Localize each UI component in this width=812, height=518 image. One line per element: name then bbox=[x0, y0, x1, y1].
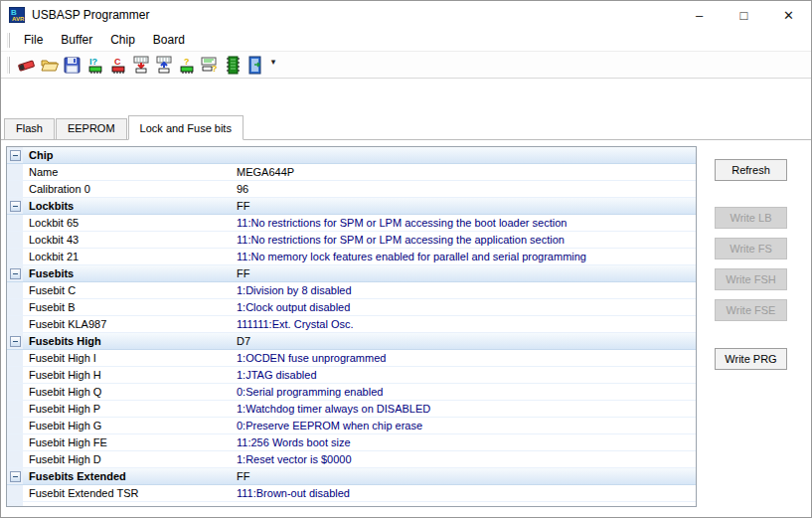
row-name: Fusebit Extended TSR bbox=[23, 485, 235, 501]
collapse-icon[interactable] bbox=[10, 471, 21, 482]
table-row[interactable]: Fusebit High I1:OCDEN fuse unprogrammed bbox=[7, 350, 696, 367]
svg-text:AVR: AVR bbox=[12, 16, 25, 22]
menu-item-buffer[interactable]: Buffer bbox=[52, 30, 101, 50]
window-controls: –□✕ bbox=[677, 1, 811, 29]
row-name: Lockbit 21 bbox=[23, 249, 235, 264]
close-icon: ✕ bbox=[783, 8, 794, 23]
section-row[interactable]: Fusebits HighD7 bbox=[7, 333, 696, 350]
section-row[interactable]: FusebitsFF bbox=[7, 265, 696, 282]
tab-eeprom[interactable]: EEPROM bbox=[56, 118, 127, 139]
svg-text:?: ? bbox=[212, 64, 218, 74]
chip-read-icon[interactable] bbox=[152, 54, 175, 77]
table-row[interactable]: Lockbit 4311:No restrictions for SPM or … bbox=[7, 232, 696, 249]
row-gutter bbox=[7, 384, 23, 400]
chip-test-icon[interactable]: I? bbox=[83, 54, 106, 77]
row-value: 1:Division by 8 disabled bbox=[235, 282, 696, 298]
table-row[interactable]: Lockbit 2111:No memory lock features ena… bbox=[7, 249, 696, 265]
row-gutter bbox=[7, 367, 23, 383]
row-gutter bbox=[7, 249, 23, 264]
row-gutter bbox=[7, 350, 23, 366]
row-name: Fusebit KLA987 bbox=[23, 316, 235, 332]
row-name: Fusebit High I bbox=[23, 350, 235, 366]
row-value: 11:256 Words boot size bbox=[235, 434, 696, 450]
row-name: Fusebits High bbox=[23, 333, 235, 349]
dropdown-arrow-icon[interactable]: ▾ bbox=[267, 57, 279, 73]
row-gutter bbox=[7, 265, 23, 281]
table-row[interactable]: Calibration 096 bbox=[7, 181, 696, 198]
write-lb-button: Write LB bbox=[715, 207, 787, 229]
row-gutter bbox=[7, 401, 23, 417]
row-value: 1:Clock output disabled bbox=[235, 299, 696, 315]
row-name: Fusebits bbox=[23, 265, 235, 281]
buffer-check-icon[interactable]: ? bbox=[198, 54, 221, 77]
row-value: 96 bbox=[235, 181, 696, 197]
menu-item-chip[interactable]: Chip bbox=[101, 30, 144, 50]
chip-info-panel: Chip ATMEGA644P Flash size 64 KB EEPROM … bbox=[1, 79, 811, 115]
tab-flash[interactable]: Flash bbox=[4, 118, 55, 139]
section-row[interactable]: LockbitsFF bbox=[7, 198, 696, 215]
row-gutter bbox=[7, 451, 23, 467]
row-value: MEGA644P bbox=[235, 164, 696, 180]
menu-item-file[interactable]: File bbox=[15, 30, 52, 50]
row-gutter bbox=[7, 316, 23, 332]
collapse-icon[interactable] bbox=[10, 150, 21, 161]
eraser-icon[interactable] bbox=[15, 54, 38, 77]
table-row[interactable]: Fusebit B1:Clock output disabled bbox=[7, 299, 696, 316]
row-name: Lockbit 43 bbox=[23, 232, 235, 248]
write-fs-button: Write FS bbox=[715, 238, 787, 259]
table-row[interactable]: NameMEGA644P bbox=[7, 164, 696, 181]
collapse-icon[interactable] bbox=[10, 268, 21, 279]
tab-strip: FlashEEPROMLock and Fuse bits bbox=[1, 115, 811, 140]
row-name: Fusebit High Q bbox=[23, 384, 235, 400]
row-gutter bbox=[7, 147, 23, 163]
table-row[interactable]: Fusebit High Q0:Serial programming enabl… bbox=[7, 384, 696, 401]
row-value: 0:Serial programming enabled bbox=[235, 384, 696, 400]
window-title: USBASP Programmer bbox=[32, 8, 149, 22]
toolbar-gripper bbox=[7, 57, 10, 74]
table-row[interactable]: Lockbit 6511:No restrictions for SPM or … bbox=[7, 215, 696, 232]
fuse-table: ChipNameMEGA644PCalibration 096LockbitsF… bbox=[6, 146, 697, 507]
refresh-button[interactable]: Refresh bbox=[715, 159, 787, 181]
section-row[interactable]: Fusebits ExtendedFF bbox=[7, 468, 696, 485]
title-bar: B AVR USBASP Programmer –□✕ bbox=[1, 1, 811, 29]
chip-verify-icon[interactable]: ? bbox=[175, 54, 198, 77]
row-value: FF bbox=[235, 468, 696, 484]
exit-icon[interactable] bbox=[244, 54, 266, 77]
row-gutter bbox=[7, 215, 23, 231]
row-name: Fusebit High FE bbox=[23, 434, 235, 450]
write-prg-button[interactable]: Write PRG bbox=[715, 348, 787, 370]
section-row[interactable]: Chip bbox=[7, 147, 696, 164]
row-name: Fusebits Extended bbox=[23, 468, 235, 484]
table-row[interactable]: Fusebit High P1:Watchdog timer always on… bbox=[7, 401, 696, 418]
menu-bar: FileBufferChipBoard bbox=[1, 29, 811, 52]
table-row[interactable]: Fusebit High G0:Preserve EEPROM when chi… bbox=[7, 418, 696, 434]
table-row[interactable]: Fusebit High D1:Reset vector is $0000 bbox=[7, 451, 696, 468]
save-icon[interactable] bbox=[61, 54, 83, 77]
memory-icon[interactable] bbox=[221, 54, 244, 77]
table-row[interactable]: Fusebit High FE11:256 Words boot size bbox=[7, 434, 696, 451]
collapse-icon[interactable] bbox=[10, 336, 21, 347]
table-row[interactable]: Fusebit High H1:JTAG disabled bbox=[7, 367, 696, 384]
row-name: Lockbits bbox=[23, 198, 235, 214]
app-icon: B AVR bbox=[9, 7, 25, 23]
table-row[interactable]: Fusebit KLA987111111:Ext. Crystal Osc. bbox=[7, 316, 696, 333]
collapse-icon[interactable] bbox=[10, 201, 21, 212]
row-gutter bbox=[7, 434, 23, 450]
tab-lock-and-fuse-bits[interactable]: Lock and Fuse bits bbox=[128, 115, 244, 140]
close-button[interactable]: ✕ bbox=[766, 1, 811, 29]
table-row[interactable]: Fusebit Extended TSR111:Brown-out disabl… bbox=[7, 485, 696, 502]
chip-write-icon[interactable] bbox=[129, 54, 152, 77]
maximize-button[interactable]: □ bbox=[722, 1, 766, 29]
minimize-button[interactable]: – bbox=[677, 1, 722, 29]
menu-item-board[interactable]: Board bbox=[144, 30, 194, 50]
row-name: Fusebit High G bbox=[23, 418, 235, 433]
open-folder-icon[interactable] bbox=[38, 54, 61, 77]
chip-erase-icon[interactable]: C bbox=[106, 54, 129, 77]
table-row[interactable]: Fusebit C1:Division by 8 disabled bbox=[7, 282, 696, 299]
row-gutter bbox=[7, 418, 23, 433]
row-name: Fusebit C bbox=[23, 282, 235, 298]
row-value: D7 bbox=[235, 333, 696, 349]
row-gutter bbox=[7, 502, 23, 506]
write-fsh-button: Write FSH bbox=[715, 268, 787, 290]
row-name: Calibration 0 bbox=[23, 181, 235, 197]
